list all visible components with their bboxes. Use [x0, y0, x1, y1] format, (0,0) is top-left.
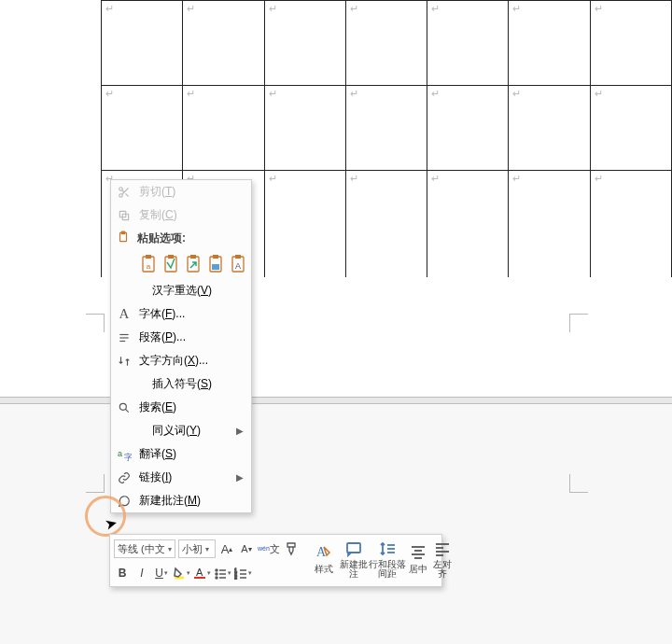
svg-rect-5 — [121, 231, 125, 233]
format-painter-button[interactable] — [283, 539, 300, 558]
styles-button[interactable]: A 样式 — [309, 538, 339, 581]
search-icon — [117, 400, 132, 415]
underline-button[interactable]: U▾ — [153, 564, 170, 582]
paste-option-text-only[interactable]: A — [229, 253, 247, 273]
menu-item-label: 汉字重选(V) — [152, 283, 244, 299]
svg-text:字: 字 — [124, 453, 132, 461]
page-corner-bottom-right — [569, 474, 588, 493]
svg-rect-15 — [212, 264, 219, 270]
menu-paste-options-header: 粘贴选项: — [111, 227, 251, 249]
menu-item-label: 字体(F)... — [139, 306, 244, 322]
menu-item-label: 插入符号(S) — [152, 376, 244, 392]
table-cell[interactable]: ↵ — [264, 171, 345, 278]
bullets-button[interactable]: ▾ — [214, 564, 231, 582]
table-cell[interactable]: ↵ — [264, 1, 345, 86]
menu-item-new-comment[interactable]: 新建批注(M) — [111, 489, 251, 512]
svg-rect-14 — [213, 255, 218, 259]
menu-item-search[interactable]: 搜索(E) — [111, 396, 251, 419]
svg-point-22 — [119, 403, 126, 410]
table-cell[interactable]: ↵ — [590, 1, 671, 86]
table-cell[interactable]: ↵ — [590, 86, 671, 171]
menu-item-label: 同义词(Y) — [152, 423, 229, 439]
table-cell[interactable]: ↵ — [345, 171, 427, 278]
button-label: 新建批注 — [339, 560, 369, 579]
scissors-icon — [117, 185, 132, 200]
menu-item-insert-symbol[interactable]: 插入符号(S) — [111, 372, 251, 396]
font-color-button[interactable]: A▾ — [193, 564, 211, 582]
paste-option-picture[interactable] — [206, 253, 225, 273]
highlight-button[interactable]: ▾ — [173, 564, 190, 582]
table-cell[interactable]: ↵ — [509, 86, 590, 171]
menu-item-label: 搜索(E) — [139, 399, 244, 415]
table-cell[interactable]: ↵ — [509, 1, 590, 86]
table-cell[interactable]: ↵ — [102, 1, 183, 86]
menu-item-paragraph[interactable]: 段落(P)... — [111, 326, 251, 349]
svg-rect-10 — [168, 255, 174, 259]
svg-point-0 — [119, 187, 123, 190]
table-cell[interactable]: ↵ — [427, 1, 509, 86]
menu-item-label: 复制(C) — [139, 207, 244, 223]
clipboard-icon — [117, 231, 130, 246]
svg-text:a: a — [118, 449, 122, 458]
table-cell[interactable]: ↵ — [345, 86, 427, 171]
page-corner-top-right — [569, 314, 588, 332]
font-size-combo[interactable]: 小初▾ — [178, 539, 216, 558]
table-cell[interactable]: ↵ — [427, 171, 509, 278]
table-cell[interactable]: ↵ — [183, 1, 264, 86]
table-cell[interactable]: ↵ — [509, 171, 590, 278]
comment-icon — [344, 539, 363, 558]
paste-option-keep-source-formatting[interactable]: a — [139, 253, 158, 273]
menu-item-synonyms[interactable]: 同义词(Y) ▶ — [111, 419, 251, 442]
menu-item-hanzi-reselect[interactable]: 汉字重选(V) — [111, 279, 251, 302]
paragraph-icon — [117, 330, 132, 345]
chevron-right-icon: ▶ — [236, 472, 244, 483]
document-canvas: ↵ ↵ ↵ ↵ ↵ ↵ ↵ ↵ ↵ ↵ ↵ ↵ ↵ ↵ ↵ ↵ ↵ ↵ ↵ ↵ … — [0, 0, 672, 397]
shrink-font-button[interactable]: A▾ — [238, 539, 255, 558]
menu-item-label: 文字方向(X)... — [139, 353, 244, 369]
menu-item-translate[interactable]: a字 翻译(S) — [111, 442, 251, 466]
font-icon: A — [117, 307, 132, 322]
button-label: 居中 — [409, 563, 427, 576]
table-cell[interactable]: ↵ — [264, 86, 345, 171]
table-cell[interactable]: ↵ — [102, 86, 183, 171]
svg-point-32 — [216, 577, 217, 579]
table-cell[interactable]: ↵ — [183, 86, 264, 171]
table-row: ↵ ↵ ↵ ↵ ↵ ↵ ↵ — [102, 1, 672, 86]
table-cell[interactable]: ↵ — [590, 171, 671, 278]
menu-item-copy[interactable]: 复制(C) — [111, 203, 251, 227]
blank-icon — [117, 377, 145, 392]
svg-text:a: a — [147, 262, 151, 271]
menu-item-label: 剪切(T) — [139, 184, 244, 200]
page-break-divider — [0, 397, 672, 404]
page-corner-bottom-left — [86, 474, 105, 493]
align-center-icon — [410, 542, 427, 561]
italic-button[interactable]: I — [133, 564, 150, 582]
line-spacing-button[interactable]: 行和段落间距 — [369, 538, 406, 581]
menu-item-font[interactable]: A 字体(F)... — [111, 302, 251, 326]
paste-option-merge-formatting[interactable] — [161, 253, 180, 273]
svg-point-1 — [119, 193, 123, 197]
svg-point-28 — [216, 569, 217, 571]
menu-item-label: 粘贴选项: — [137, 231, 186, 246]
button-label: 样式 — [315, 563, 333, 576]
grow-font-button[interactable]: A▴ — [218, 539, 235, 558]
svg-text:A: A — [235, 261, 241, 271]
bold-button[interactable]: B — [114, 564, 131, 582]
menu-item-cut[interactable]: 剪切(T) — [111, 180, 251, 203]
new-comment-button[interactable]: 新建批注 — [339, 538, 369, 581]
phonetic-guide-button[interactable]: wén文 — [258, 539, 280, 558]
paste-option-use-destination-styles[interactable] — [184, 253, 203, 273]
menu-item-label: 链接(I) — [139, 469, 229, 485]
table-cell[interactable]: ↵ — [427, 86, 509, 171]
menu-item-text-direction[interactable]: 文字方向(X)... — [111, 349, 251, 372]
blank-icon — [117, 424, 145, 439]
menu-item-link[interactable]: 链接(I) ▶ — [111, 466, 251, 489]
table-cell[interactable]: ↵ — [345, 1, 427, 86]
link-icon — [117, 470, 132, 485]
menu-item-label: 段落(P)... — [139, 329, 244, 345]
numbering-button[interactable]: 123▾ — [234, 564, 252, 582]
align-left-button[interactable]: 左对齐 — [430, 538, 455, 581]
center-button[interactable]: 居中 — [406, 538, 430, 581]
align-left-icon — [434, 539, 451, 558]
font-name-combo[interactable]: 等线 (中文▾ — [114, 539, 175, 558]
